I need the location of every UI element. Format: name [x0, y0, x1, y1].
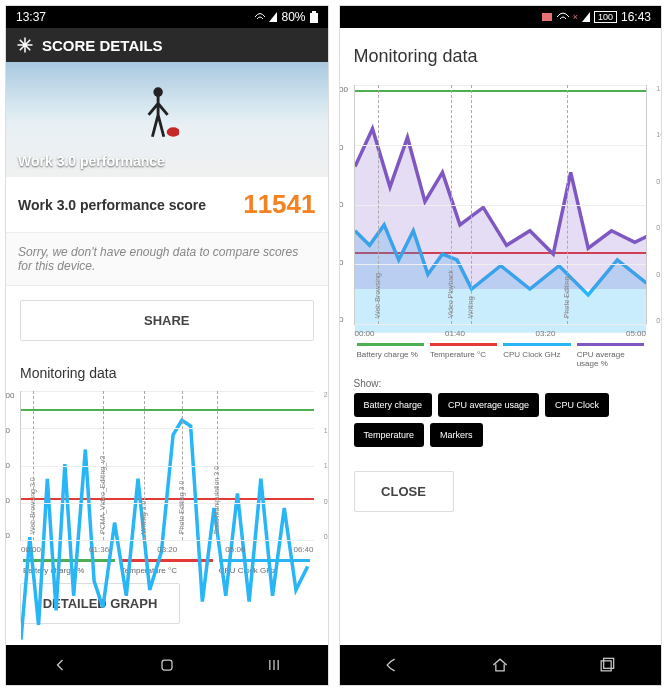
marker-label: Data Manipulation 3.0 — [213, 466, 220, 534]
marker-label: Photo Editing 3.0 — [178, 481, 185, 534]
chip-battery-charge[interactable]: Battery charge — [354, 393, 433, 417]
monitoring-chart-left[interactable]: 10080604020 2GHz1.6GHz1.2GHz0.8GHz0.4GHz… — [20, 391, 314, 541]
statusbar-right: × 100 16:43 — [340, 6, 662, 28]
navbar-left — [6, 645, 328, 685]
status-time: 16:43 — [621, 10, 651, 24]
svg-rect-0 — [310, 13, 318, 23]
navbar-right — [340, 645, 662, 685]
svg-rect-8 — [602, 661, 612, 671]
marker-label: Writing 3.0 — [140, 501, 147, 534]
recent-icon[interactable] — [597, 655, 617, 675]
svg-point-3 — [167, 127, 179, 137]
home-icon[interactable] — [157, 655, 177, 675]
y-axis-left: 10080604020 — [5, 391, 14, 540]
close-button[interactable]: CLOSE — [354, 471, 454, 512]
share-button[interactable]: SHARE — [20, 300, 314, 341]
signal-icon — [269, 12, 277, 22]
svg-point-2 — [153, 87, 163, 97]
hero-image: Work 3.0 performance — [6, 62, 328, 177]
monitoring-title: Monitoring data — [6, 355, 328, 387]
status-right: 80% — [255, 10, 317, 24]
monitoring-title: Monitoring data — [340, 28, 662, 75]
score-label: Work 3.0 performance score — [18, 197, 206, 213]
marker-label: Photo Editing — [563, 276, 570, 318]
marker-label: Writing — [467, 296, 474, 318]
cpu-clock-line — [21, 391, 314, 684]
marker-label: Web Browsing — [374, 273, 381, 318]
statusbar-left: 13:37 80% — [6, 6, 328, 28]
sim-icon — [541, 12, 553, 22]
signal-icon — [582, 12, 590, 22]
svg-rect-4 — [162, 660, 172, 670]
status-battery: 100 — [594, 11, 617, 23]
x-axis: 00:0001:4003:2005:00 — [355, 329, 647, 338]
score-row: Work 3.0 performance score 11541 — [6, 177, 328, 233]
snowflake-icon — [16, 36, 34, 54]
score-value: 11541 — [243, 189, 315, 220]
skier-icon — [141, 83, 179, 143]
back-icon[interactable] — [50, 655, 70, 675]
svg-rect-1 — [312, 11, 316, 13]
header-title: SCORE DETAILS — [42, 37, 163, 54]
x-axis: 00:0001:3603:2005:0006:40 — [21, 545, 314, 554]
status-battery: 80% — [281, 10, 305, 24]
marker-label: Web Browsing 3.0 — [29, 477, 36, 534]
no-data-message: Sorry, we don't have enough data to comp… — [6, 233, 328, 286]
monitoring-chart-right[interactable]: 10080604020 1.2GHz1GHz0.8GHz0.6GHz0.4GHz… — [354, 85, 648, 325]
chip-cpu-average-usage[interactable]: CPU average usage — [438, 393, 539, 417]
recent-icon[interactable] — [264, 655, 284, 675]
marker-label: Video Playback — [447, 270, 454, 318]
chip-temperature[interactable]: Temperature — [354, 423, 425, 447]
phone-left: 13:37 80% SCORE DETAILS Work 3.0 perform… — [5, 5, 329, 686]
y-axis-right: 2GHz1.6GHz1.2GHz0.8GHz0.4GHz — [324, 391, 329, 540]
y-axis-right: 1.2GHz1GHz0.8GHz0.6GHz0.4GHz0.2GHz — [656, 85, 662, 324]
hero-label: Work 3.0 performance — [18, 153, 165, 169]
header: SCORE DETAILS — [6, 28, 328, 62]
y-axis-left: 10080604020 — [339, 85, 348, 324]
battery-icon — [310, 11, 318, 23]
back-icon[interactable] — [383, 655, 403, 675]
status-right: × 100 16:43 — [541, 10, 651, 24]
chip-markers[interactable]: Markers — [430, 423, 483, 447]
chips: Battery chargeCPU average usageCPU Clock… — [340, 393, 662, 457]
marker-label: PCMA_Video_Editing_v3 — [99, 456, 106, 534]
svg-rect-9 — [604, 658, 614, 668]
svg-rect-5 — [542, 13, 552, 21]
phone-right: × 100 16:43 Monitoring data 10080604020 … — [339, 5, 663, 686]
wifi-icon — [255, 12, 265, 22]
home-icon[interactable] — [490, 655, 510, 675]
wifi-icon — [557, 12, 569, 22]
chip-cpu-clock[interactable]: CPU Clock — [545, 393, 609, 417]
status-time: 13:37 — [16, 10, 46, 24]
